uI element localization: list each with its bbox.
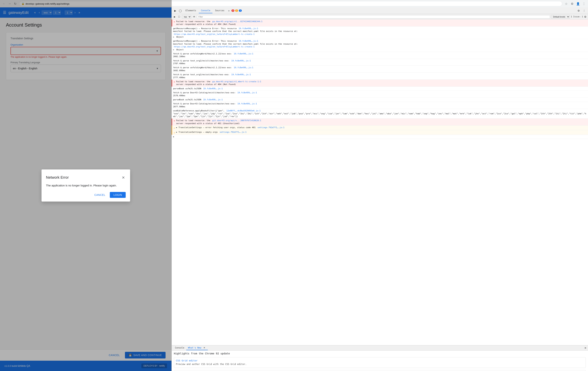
console-link[interactable]: settings-792d7f1….js:1 bbox=[220, 131, 247, 133]
console-link[interactable]: 19.fc8e499….js:1 bbox=[234, 52, 253, 55]
console-link[interactable]: 19.fc8e499….js:1 bbox=[234, 66, 253, 69]
console-play-button[interactable]: ▶ bbox=[173, 15, 176, 19]
devtools-tab-actions: ⚙ ⋮ bbox=[576, 9, 587, 13]
console-entry: △ ► TranslationSettings – empty orgs set… bbox=[172, 130, 588, 135]
console-entry: ✕ Failed to load resource: the git.door4… bbox=[172, 119, 588, 126]
bottom-tab-whats-new[interactable]: What's New ✕ bbox=[186, 346, 208, 350]
console-entry-text: fetch & parse test_org2/en/ult/master/ex… bbox=[173, 59, 587, 65]
warn-icon: △ bbox=[174, 131, 175, 134]
console-entry-text: Failed to load resource: the git.door43.… bbox=[176, 119, 587, 125]
console-link[interactable]: 19.fc8e499….js:1 bbox=[237, 102, 257, 105]
modal-login-button[interactable]: LOGIN bbox=[110, 192, 126, 198]
warning-count-badge: 2 bbox=[235, 10, 238, 12]
console-entry: fetch & parse Door43-Catalog/en/ust/mast… bbox=[172, 102, 588, 109]
console-entry-text: ► TranslationSettings – empty orgs setti… bbox=[176, 131, 587, 133]
console-entry: parseBook usfmJS.toJSON 19.fc8e499….js:1 bbox=[172, 87, 588, 91]
console-entry: getResourceMessage() – Resource Error: T… bbox=[172, 39, 588, 52]
console-filter-input[interactable] bbox=[197, 15, 550, 19]
console-link[interactable]: 19.fc8e499….js:1 bbox=[203, 87, 223, 90]
error-icon: ✕ bbox=[174, 80, 175, 83]
console-link[interactable]: ga.door43.org/api/v1_mbert-tc-create-1:1 bbox=[212, 80, 261, 83]
devtools-device-button[interactable]: ◯ bbox=[178, 9, 183, 13]
console-entry-text: ► bbox=[173, 135, 587, 138]
console-entry-text: getResourceMessage() – Resource Error: T… bbox=[173, 40, 587, 51]
console-link[interactable]: settings-792d7f1….js:1 bbox=[257, 126, 284, 129]
console-link[interactable]: 19.fc8e499….js:1 bbox=[231, 60, 251, 62]
error-icon: ✕ bbox=[174, 119, 175, 122]
whats-new-item-desc: Preview and author CSS Grid with the CSS… bbox=[176, 363, 584, 366]
modal-title: Network Error bbox=[46, 175, 69, 180]
tab-console[interactable]: Console bbox=[199, 8, 213, 13]
profile-button[interactable]: 👤 bbox=[576, 1, 581, 6]
console-link[interactable]: 19.fc8e499….js:1 bbox=[237, 91, 257, 94]
console-entry-text: useBibleReference.applyBooksFilter(["gen… bbox=[173, 109, 587, 118]
menu-button[interactable]: ⋮ bbox=[581, 1, 587, 6]
devtools-more-button[interactable]: ⋮ bbox=[582, 9, 587, 13]
issues-label[interactable]: 1 Issue: 1 bbox=[571, 16, 583, 18]
console-gear-button[interactable]: ⚙ bbox=[584, 15, 587, 18]
console-entry: parseBook usfmJS.toJSON 19.fc8e499….js:1 bbox=[172, 98, 588, 102]
tab-sources[interactable]: Sources bbox=[213, 8, 227, 13]
console-entry-text: getResourceMessage() – Resource Error: T… bbox=[173, 27, 587, 39]
console-toolbar: ▶ ☐ top 👁 Default levels 1 Issue: 1 ⚙ bbox=[172, 14, 588, 20]
error-count-badge: 8 bbox=[231, 10, 234, 12]
console-entry-text: parseBook usfmJS.toJSON 19.fc8e499….js:1 bbox=[173, 98, 587, 101]
console-entry: useBibleReference.applyBooksFilter(["gen… bbox=[172, 109, 588, 119]
modal-body: The application is no longer logged in. … bbox=[46, 183, 126, 188]
console-stop-button[interactable]: ☐ bbox=[177, 15, 181, 19]
whats-new-close-button[interactable]: ✕ bbox=[203, 346, 206, 349]
console-entry-text: fetch & parse unfoldingWord/hbo/v2.1.22/… bbox=[173, 66, 587, 72]
console-entry-text: fetch & parse Door43-Catalog/en/ult/mast… bbox=[173, 91, 587, 97]
modal-cancel-button[interactable]: CANCEL bbox=[91, 192, 108, 198]
modal-close-button[interactable]: ✕ bbox=[121, 175, 126, 180]
app-panel: ☰ gatewayEdit « ‹ exo 1 : 1 › » Ac bbox=[0, 7, 172, 371]
console-link[interactable]: 19.fc8e499….js:1 bbox=[203, 99, 223, 101]
frame-selector[interactable]: top bbox=[182, 15, 191, 19]
expand-icon[interactable]: ► bbox=[173, 36, 174, 38]
info-count-badge: 1 bbox=[239, 10, 242, 12]
console-eye-button[interactable]: 👁 bbox=[192, 15, 196, 19]
bottom-panel-tabs: Console What's New ✕ ✕ bbox=[172, 345, 588, 351]
console-link[interactable]: 19.fc8e499….js:1 bbox=[231, 73, 251, 76]
console-link[interactable]: git.door43.org/api/v...380797671410628:1 bbox=[212, 119, 261, 122]
console-link[interactable]: 19.fc8e499….js:1 bbox=[239, 27, 258, 30]
console-entry: fetch & parse unfoldingWord/hbo/v2.1.22/… bbox=[172, 52, 588, 59]
devtools-bottom-panel: Console What's New ✕ ✕ Highlights from t… bbox=[172, 345, 588, 371]
console-entry-text: fetch & parse unfoldingWord/hbo/v2.1.22/… bbox=[173, 52, 587, 58]
console-entry-text: fetch & parse test_org2/en/ust/master/ex… bbox=[173, 73, 587, 79]
console-entry: ✕ Failed to load resource: the ga.door43… bbox=[172, 20, 588, 27]
console-link[interactable]: https://qa.door43.org/test_org2/en_twl&r… bbox=[174, 33, 254, 35]
expand-icon[interactable]: ► bbox=[173, 49, 174, 51]
whats-new-item-title[interactable]: CSS Grid editor bbox=[176, 359, 584, 362]
extensions-button[interactable]: ⚙ bbox=[569, 1, 575, 6]
bookmark-button[interactable]: ☆ bbox=[564, 1, 569, 6]
network-error-modal: Network Error ✕ The application is no lo… bbox=[42, 170, 130, 202]
modal-actions: CANCEL LOGIN bbox=[46, 192, 126, 198]
devtools-panel: ▶ ◯ Elements Console Sources » 8 2 1 ⚙ ⋮… bbox=[172, 7, 588, 371]
console-link[interactable]: https://qa.door43.org/test_org2/en_twl&r… bbox=[174, 46, 254, 48]
whats-new-item: CSS Grid editor Preview and author CSS G… bbox=[174, 357, 586, 368]
whats-new-title: Highlights from the Chrome 92 update bbox=[174, 352, 586, 355]
console-output[interactable]: ✕ Failed to load resource: the ga.door43… bbox=[172, 20, 588, 345]
devtools-more-tabs[interactable]: » bbox=[227, 9, 231, 13]
error-icon: ✕ bbox=[174, 20, 175, 23]
tab-elements[interactable]: Elements bbox=[183, 8, 198, 13]
console-entry: fetch & parse test_org2/en/ult/master/ex… bbox=[172, 59, 588, 66]
console-link[interactable]: ga.door43.org/api/v1...8274194833466344:… bbox=[212, 20, 262, 23]
close-all-button[interactable]: ✕ bbox=[584, 346, 587, 350]
console-entry: ► bbox=[172, 135, 588, 139]
browser-actions: ☆ ⚙ 👤 ⋮ bbox=[564, 1, 587, 6]
log-level-selector[interactable]: Default levels bbox=[551, 15, 570, 19]
bottom-tab-console[interactable]: Console bbox=[173, 346, 186, 350]
modal-overlay: Network Error ✕ The application is no lo… bbox=[0, 7, 172, 371]
devtools-settings-button[interactable]: ⚙ bbox=[576, 9, 581, 13]
whats-new-item: Source order viewer Display the source o… bbox=[174, 370, 586, 371]
devtools-inspect-button[interactable]: ▶ bbox=[173, 9, 177, 13]
console-link[interactable]: 19.fc8e499….js:1 bbox=[239, 40, 258, 42]
main-container: ☰ gatewayEdit « ‹ exo 1 : 1 › » Ac bbox=[0, 7, 588, 371]
console-entry-text: fetch & parse Door43-Catalog/en/ust/mast… bbox=[173, 102, 587, 108]
devtools-tabs-bar: ▶ ◯ Elements Console Sources » 8 2 1 ⚙ ⋮ bbox=[172, 7, 588, 14]
console-entry-text: Failed to load resource: the ga.door43.o… bbox=[176, 80, 587, 86]
console-entry: ✕ Failed to load resource: the ga.door43… bbox=[172, 80, 588, 87]
console-link[interactable]: 12e08ff….dc8ba5929093e6.js:1 bbox=[226, 110, 261, 112]
